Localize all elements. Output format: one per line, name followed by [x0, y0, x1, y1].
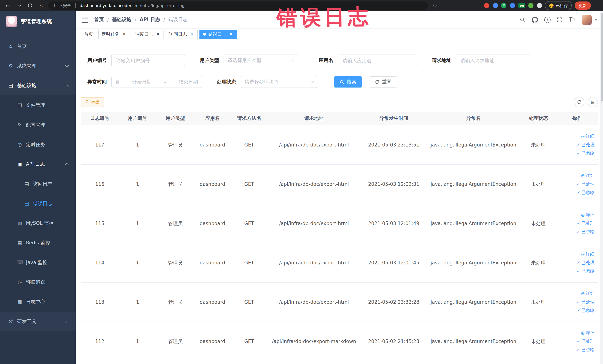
detail-link[interactable]: ◎详细 — [581, 251, 595, 257]
detail-link[interactable]: ◎详细 — [581, 330, 595, 336]
forward-icon[interactable]: → — [15, 1, 23, 10]
breadcrumb-item[interactable]: API 日志 — [140, 16, 160, 23]
bookmark-star-icon[interactable]: ☆ — [431, 1, 439, 10]
detail-link[interactable]: ◎详细 — [581, 290, 595, 297]
tab-error-log[interactable]: 错误日志× — [199, 29, 237, 39]
reload-icon[interactable] — [26, 1, 34, 10]
detail-link[interactable]: ◎详细 — [581, 212, 595, 218]
sidebar-item-tracing[interactable]: ◎链路追踪 — [0, 272, 76, 292]
table-row: 1121管理员dashboardGET/api/infra/db-doc/exp… — [81, 322, 598, 361]
user-menu[interactable] — [582, 15, 597, 25]
breadcrumb-item[interactable]: 基础设施 — [112, 16, 131, 23]
tab-job-log[interactable]: 调度日志× — [132, 29, 164, 39]
sidebar-toggle-icon[interactable] — [81, 16, 88, 23]
extension-icon-ext-leaf[interactable] — [529, 3, 534, 8]
ignore-link[interactable]: ✓已忽略 — [577, 347, 595, 353]
tab-home[interactable]: 首页 — [81, 29, 96, 39]
tab-label: 访问日志 — [169, 31, 187, 37]
sidebar-item-system-mgmt[interactable]: ⚙系统管理 — [0, 56, 76, 76]
column-settings-button[interactable]: ⊞ — [588, 97, 598, 107]
sidebar-item-dev-tools[interactable]: ⚒研发工具 — [0, 312, 76, 331]
check-icon: ✓ — [577, 339, 580, 343]
ignore-link[interactable]: ✓已忽略 — [577, 229, 595, 235]
extension-icon-ext-pin[interactable] — [537, 3, 542, 8]
fullscreen-icon[interactable] — [557, 17, 562, 23]
ignore-link[interactable]: ✓已忽略 — [577, 150, 595, 156]
profile-paused-badge[interactable]: ☻ 已暂停 — [545, 1, 572, 10]
reset-button[interactable]: 重置 — [369, 76, 397, 88]
detail-link[interactable]: ◎详细 — [581, 133, 595, 140]
tab-close-icon[interactable]: × — [122, 32, 127, 37]
help-icon[interactable]: ? — [544, 16, 551, 23]
sidebar-item-label: 系统管理 — [17, 62, 36, 69]
processed-link[interactable]: ✓已处理 — [577, 260, 595, 266]
sidebar-item-infrastructure[interactable]: ▤基础设施 — [0, 76, 76, 95]
update-button[interactable]: 更新 — [575, 1, 591, 10]
tab-close-icon[interactable]: × — [189, 32, 194, 37]
sidebar-item-api-log[interactable]: ▣API 日志 — [0, 154, 76, 174]
sidebar-item-java-monitor[interactable]: ⌨Java 监控 — [0, 253, 76, 272]
ignore-link[interactable]: ✓已忽略 — [577, 268, 595, 274]
column-header: 异常名 — [427, 115, 520, 122]
tab-close-icon[interactable]: × — [228, 32, 233, 37]
sidebar-item-scheduled-tasks[interactable]: ◷定时任务 — [0, 135, 76, 154]
page-content: 用户编号 用户类型 请选择用户类型 应用名 — [76, 40, 603, 364]
check-icon: ✓ — [577, 230, 580, 234]
font-size-icon[interactable]: TT — [569, 16, 575, 23]
export-button[interactable]: ↧ 导出 — [81, 97, 104, 107]
user-type-select[interactable]: 请选择用户类型 — [223, 55, 299, 66]
search-button[interactable]: 搜索 — [334, 76, 362, 88]
extension-icon-ext-grid[interactable] — [510, 3, 515, 8]
exception-time-range-input[interactable]: ▦ 开始日期 - 结束日期 — [111, 76, 202, 88]
refresh-button[interactable] — [574, 97, 584, 107]
app-logo[interactable]: 芋道管理系统 — [0, 11, 76, 32]
tab-label: 定时任务 — [102, 31, 119, 37]
processed-link[interactable]: ✓已处理 — [577, 181, 595, 187]
sidebar-item-config-mgmt[interactable]: ✎配置管理 — [0, 115, 76, 135]
browser-home-icon[interactable]: ⌂ — [37, 1, 45, 10]
browser-menu-kebab-icon[interactable]: ⋮ — [595, 3, 600, 8]
page-scrollbar[interactable] — [600, 11, 603, 364]
update-label: 更新 — [579, 3, 587, 8]
back-icon[interactable]: ← — [4, 1, 12, 10]
processed-link[interactable]: ✓已处理 — [577, 142, 595, 148]
sidebar-item-mysql-monitor[interactable]: ▥MySQL 监控 — [0, 213, 76, 233]
action-label: 已处理 — [581, 181, 595, 187]
breadcrumb-item[interactable]: 首页 — [94, 16, 104, 23]
sidebar-item-redis-monitor[interactable]: ▦Redis 监控 — [0, 233, 76, 253]
process-status-select[interactable]: 请选择处理状态 — [241, 76, 317, 88]
sidebar-item-error-log[interactable]: ▤错误日志 — [0, 194, 76, 213]
exception-time-label: 异常时间 — [81, 79, 111, 85]
detail-link[interactable]: ◎详细 — [581, 172, 595, 179]
check-icon: ✓ — [577, 191, 580, 195]
ignore-link[interactable]: ✓已忽略 — [577, 307, 595, 314]
scrollbar-thumb[interactable] — [601, 13, 603, 102]
sidebar-item-access-log[interactable]: ▤访问日志 — [0, 174, 76, 194]
ignore-link[interactable]: ✓已忽略 — [577, 189, 595, 196]
request-url-input[interactable] — [456, 55, 531, 66]
app-name-input[interactable] — [338, 55, 417, 66]
processed-link[interactable]: ✓已处理 — [577, 299, 595, 305]
sidebar-item-home[interactable]: ⌂首页 — [0, 36, 76, 56]
tab-scheduled-tasks[interactable]: 定时任务× — [98, 29, 130, 39]
extension-icon-ext-blue[interactable] — [493, 3, 498, 8]
eye-icon: ◎ — [581, 331, 585, 335]
app-title: 芋道管理系统 — [21, 18, 52, 25]
sidebar: 芋道管理系统 ⌂首页⚙系统管理▤基础设施❏文件管理✎配置管理◷定时任务▣API … — [0, 11, 76, 364]
processed-link[interactable]: ✓已处理 — [577, 220, 595, 227]
action-label: 详细 — [586, 290, 595, 297]
cell-user-type: 管理员 — [156, 299, 194, 305]
tab-close-icon[interactable]: × — [155, 32, 161, 37]
sidebar-item-file-mgmt[interactable]: ❏文件管理 — [0, 95, 76, 115]
extension-icon-ext-on[interactable]: on — [519, 3, 525, 8]
sidebar-item-log-center[interactable]: ▧日志中心 — [0, 292, 76, 312]
check-icon: ✓ — [577, 348, 580, 352]
search-icon[interactable] — [520, 17, 525, 23]
user-id-input[interactable] — [111, 55, 185, 66]
extension-icon-ext-red[interactable] — [484, 3, 489, 8]
cell-method: GET — [231, 221, 268, 226]
github-icon[interactable] — [532, 16, 538, 23]
processed-link[interactable]: ✓已处理 — [577, 338, 595, 344]
tab-access-log[interactable]: 访问日志× — [166, 29, 197, 39]
extension-icon-ext-green-y[interactable]: Y — [501, 3, 507, 8]
